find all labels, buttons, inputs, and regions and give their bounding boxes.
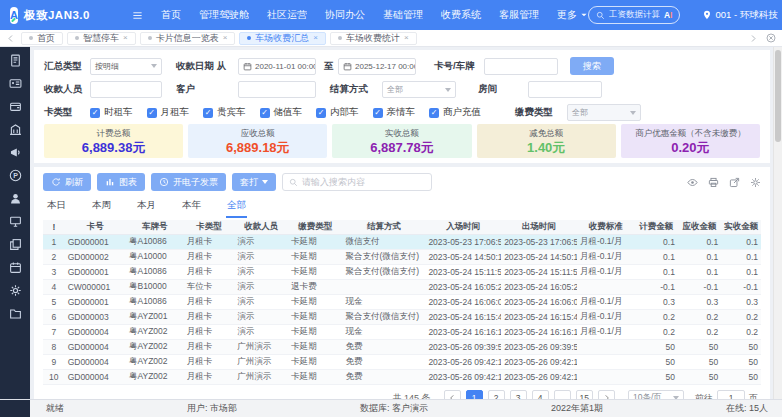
tab-1[interactable]: 首页 (21, 32, 63, 45)
sidebar-icon-parking-icon[interactable]: P (9, 169, 22, 182)
card-type-checkbox-4[interactable]: ✓储值车 (260, 106, 303, 119)
card-type-checkbox-6[interactable]: ✓亲情车 (373, 106, 416, 119)
card-type-checkbox-2[interactable]: ✓月租车 (147, 106, 190, 119)
column-header-10[interactable]: 收费标准 (577, 220, 635, 234)
column-header-4[interactable]: 卡类型 (184, 220, 235, 234)
range-tab-4[interactable]: 本年 (181, 197, 202, 218)
project-selector[interactable]: 001 - 环球科技 (702, 9, 777, 22)
column-header-5[interactable]: 收款人员 (234, 220, 288, 234)
toolbar-button-3[interactable]: 开电子发票 (151, 173, 226, 191)
table-row[interactable]: 6GD000003粤AYZ001月租卡演示卡延期聚合支付(微信支付)2023-0… (43, 309, 761, 324)
tab-4[interactable]: 车场收费汇总× (239, 32, 326, 45)
table-row[interactable]: 8GD000004粤AYZ002月租卡广州演示卡延期免费2023-05-26 0… (43, 339, 761, 354)
nav-item-more[interactable]: 更多 (557, 8, 588, 22)
range-tab-3[interactable]: 本月 (136, 197, 157, 218)
export-icon[interactable] (729, 177, 740, 188)
page-size-select[interactable]: 10条/页 (628, 390, 684, 400)
sidebar-icon-wallet-icon[interactable] (9, 100, 22, 113)
sidebar-icon-monitor-icon[interactable] (9, 215, 22, 228)
date-to-input[interactable]: 2025-12-17 00:00:00 (338, 58, 416, 75)
close-all-tabs-icon[interactable] (766, 33, 776, 43)
card-plate-input[interactable] (484, 58, 558, 75)
pagination-page-1[interactable]: 1 (466, 390, 483, 400)
pagination-next-icon[interactable] (598, 390, 615, 400)
nav-menu-icon[interactable] (132, 10, 143, 21)
table-row[interactable]: 2GD000002粤A10000月租卡演示卡延期聚合支付(微信支付)2023-0… (43, 249, 761, 264)
range-tab-1[interactable]: 本日 (46, 197, 67, 218)
goto-page-input[interactable] (717, 390, 745, 400)
range-tab-5[interactable]: 全部 (226, 197, 247, 218)
search-button[interactable]: 搜索 (570, 57, 614, 75)
column-header-2[interactable]: 卡号 (65, 220, 126, 234)
sidebar-icon-document-icon[interactable] (9, 54, 22, 67)
toolbar-button-2[interactable]: 图表 (97, 173, 145, 191)
room-input[interactable] (528, 81, 602, 98)
tabs-scroll-right-icon[interactable] (749, 34, 758, 43)
nav-item-6[interactable]: 收费系统 (441, 8, 481, 22)
pagination-page-3[interactable]: 3 (510, 390, 527, 400)
global-search-value[interactable]: 工资数据计算 (609, 9, 660, 21)
tab-2[interactable]: 智慧停车× (67, 32, 136, 45)
table-row[interactable]: 4CW000001粤B10000车位卡演示退卡费2023-05-24 16:05… (43, 279, 761, 294)
payment-type-select[interactable]: 全部 (567, 104, 641, 121)
tab-3[interactable]: 卡片信息一览表× (140, 32, 236, 45)
sidebar-icon-calendar-icon[interactable] (9, 261, 22, 274)
sidebar-icon-megaphone-icon[interactable] (9, 146, 22, 159)
card-type-checkbox-1[interactable]: ✓时租车 (90, 106, 133, 119)
table-search-input[interactable]: 请输入搜索内容 (282, 173, 432, 191)
collector-input[interactable] (90, 81, 162, 98)
column-header-7[interactable]: 结算方式 (342, 220, 425, 234)
toolbar-button-4[interactable]: 套打 (232, 173, 276, 191)
pagination-ellipsis[interactable]: ... (554, 390, 571, 400)
summary-type-select[interactable]: 按明细 (90, 58, 162, 75)
column-header-12[interactable]: 应收金额 (678, 220, 721, 234)
sidebar-icon-building-icon[interactable] (9, 123, 22, 136)
nav-item-3[interactable]: 社区运营 (267, 8, 307, 22)
table-row[interactable]: 5GD000001粤A10086月租卡演示卡延期现金2023-05-24 16:… (43, 294, 761, 309)
card-type-checkbox-7[interactable]: ✓商户充值 (429, 106, 481, 119)
pagination-page-4[interactable]: 4 (532, 390, 549, 400)
printer-icon[interactable] (708, 177, 719, 188)
tab-close-icon[interactable]: × (223, 34, 228, 42)
global-search[interactable]: 工资数据计算 AI (588, 6, 681, 24)
sidebar-icon-id-card-icon[interactable] (9, 77, 22, 90)
table-row[interactable]: 10GD000004粤AYZ002月租卡广州演示卡延期免费2023-05-26 … (43, 369, 761, 384)
column-header-13[interactable]: 实收金额 (721, 220, 761, 234)
card-type-checkbox-3[interactable]: ✓贵宾车 (203, 106, 246, 119)
table-row[interactable]: 7GD000004粤AYZ002月租卡演示卡延期现金2023-05-24 16:… (43, 324, 761, 339)
customer-input[interactable] (238, 81, 316, 98)
nav-item-7[interactable]: 客服管理 (499, 8, 539, 22)
sidebar-icon-copy-icon[interactable] (9, 238, 22, 251)
sidebar-icon-gear-icon[interactable] (9, 284, 22, 297)
date-from-input[interactable]: 2020-11-01 00:00:00 (238, 58, 316, 75)
tab-close-icon[interactable]: × (313, 34, 318, 42)
tab-close-icon[interactable]: × (123, 34, 128, 42)
nav-item-2[interactable]: 管理驾驶舱 (199, 8, 249, 22)
vertical-scrollbar[interactable] (773, 47, 782, 399)
sidebar-icon-user-icon[interactable] (9, 192, 22, 205)
column-header-11[interactable]: 计费金额 (635, 220, 678, 234)
column-header-6[interactable]: 缴费类型 (288, 220, 342, 234)
column-header-8[interactable]: 入场时间 (425, 220, 501, 234)
gear-icon[interactable] (750, 177, 761, 188)
nav-item-4[interactable]: 协同办公 (325, 8, 365, 22)
range-tab-2[interactable]: 本周 (91, 197, 112, 218)
tab-close-icon[interactable]: × (404, 34, 409, 42)
nav-item-5[interactable]: 基础管理 (383, 8, 423, 22)
settlement-select[interactable]: 全部 (382, 81, 456, 98)
tab-5[interactable]: 车场收费统计× (330, 32, 417, 45)
card-type-checkbox-5[interactable]: ✓内部车 (316, 106, 359, 119)
scrollbar-thumb[interactable] (775, 50, 781, 142)
table-row[interactable]: 9GD000004粤AYZ002月租卡广州演示卡延期免费2023-05-26 0… (43, 354, 761, 369)
column-header-1[interactable]: ! (43, 220, 65, 234)
pagination-prev-icon[interactable] (444, 390, 461, 400)
pagination-page-2[interactable]: 2 (488, 390, 505, 400)
column-header-9[interactable]: 出场时间 (501, 220, 577, 234)
sidebar-icon-folder-flag-icon[interactable] (9, 307, 22, 320)
nav-item-1[interactable]: 首页 (161, 8, 181, 22)
table-row[interactable]: 1GD000001粤A10086月租卡演示卡延期微信支付2023-05-23 1… (43, 234, 761, 249)
column-header-3[interactable]: 车牌号 (126, 220, 184, 234)
table-row[interactable]: 3GD000001粤A10086月租卡演示卡延期聚合支付(微信支付)2023-0… (43, 264, 761, 279)
eye-icon[interactable] (687, 177, 698, 188)
pagination-page-15[interactable]: 15 (576, 390, 593, 400)
